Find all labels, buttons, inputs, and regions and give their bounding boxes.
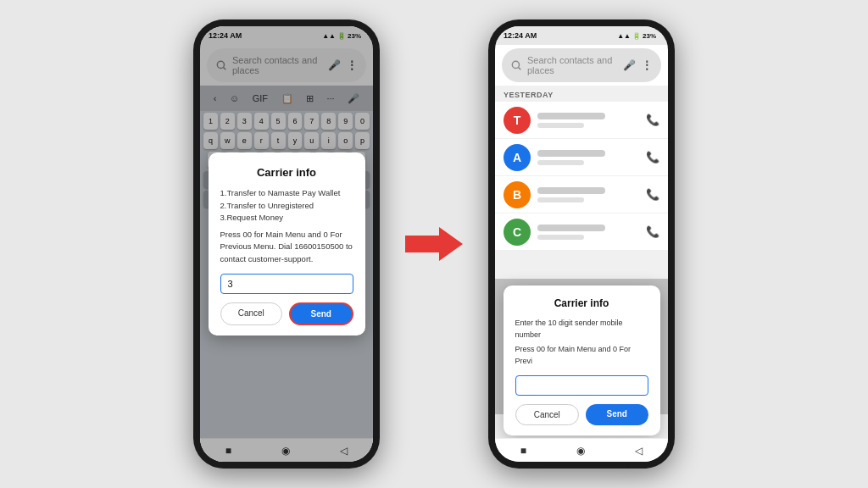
contact-info-t	[537, 113, 639, 128]
scene: 12:24 AM ▲▲ 🔋 23% Search contacts and pl…	[0, 0, 868, 488]
dialog-body-line5: Press 00 for Main Menu and 0 For Previou…	[220, 229, 353, 265]
contact-name-blur-t	[537, 113, 605, 119]
battery-pct-right: 23%	[643, 32, 656, 40]
status-time-right: 12:24 AM	[504, 31, 537, 40]
contact-name-blur-a	[537, 150, 605, 157]
avatar-a: A	[504, 144, 531, 171]
contact-item-a[interactable]: A 📞	[495, 139, 668, 176]
contact-info-a	[537, 150, 639, 165]
dialog-overlay-left: Carrier info 1.Transfer to Namaste Pay W…	[200, 26, 373, 462]
search-icon-right	[510, 59, 522, 71]
contact-item-t[interactable]: T 📞	[495, 102, 668, 139]
right-phone-screen: 12:24 AM ▲▲ 🔋 23% Search contacts and pl…	[495, 26, 668, 462]
signal-icon-right: ▲▲	[617, 32, 631, 40]
contact-list-right: YESTERDAY T 📞 A 📞	[495, 86, 668, 438]
section-label-yesterday: YESTERDAY	[495, 86, 668, 102]
search-bar-right[interactable]: Search contacts and places 🎤 ⋮	[502, 48, 661, 82]
mic-icon-right[interactable]: 🎤	[623, 59, 636, 71]
call-icon-t[interactable]: 📞	[646, 114, 659, 126]
contact-detail-blur-a	[537, 160, 584, 165]
cancel-button-left[interactable]: Cancel	[220, 302, 283, 325]
carrier-dialog-right: Carrier info Enter the 10 digit sender m…	[504, 286, 660, 435]
arrow-body	[405, 236, 439, 252]
right-dialog-buttons: Cancel Send	[515, 404, 648, 425]
arrow-container	[405, 227, 463, 261]
right-phone: 12:24 AM ▲▲ 🔋 23% Search contacts and pl…	[488, 19, 675, 469]
dialog-title-left: Carrier info	[220, 166, 353, 179]
dialog-input-left[interactable]	[220, 274, 353, 294]
contact-name-blur-b	[537, 187, 605, 194]
call-icon-a[interactable]: 📞	[646, 151, 659, 164]
right-dialog-line1: Enter the 10 digit sender mobile number	[515, 318, 648, 341]
dialog-buttons-left: Cancel Send	[220, 302, 353, 325]
arrow-head	[439, 227, 463, 261]
cancel-button-right[interactable]: Cancel	[515, 404, 580, 425]
contact-detail-blur-t	[537, 123, 584, 128]
contact-detail-blur-b	[537, 197, 584, 202]
dialog-body-line3: 3.Request Money	[220, 212, 353, 224]
contact-name-blur-c	[537, 225, 605, 231]
avatar-c: C	[504, 219, 531, 246]
contact-info-b	[537, 187, 639, 202]
status-bar-right: 12:24 AM ▲▲ 🔋 23%	[495, 26, 668, 45]
right-dialog-title: Carrier info	[515, 297, 648, 309]
avatar-b: B	[504, 181, 531, 208]
call-icon-c[interactable]: 📞	[646, 225, 659, 238]
left-phone: 12:24 AM ▲▲ 🔋 23% Search contacts and pl…	[193, 19, 380, 469]
right-dialog-overlay: Carrier info Enter the 10 digit sender m…	[495, 279, 668, 414]
contact-info-c	[537, 225, 639, 240]
dialog-body-line1: 1.Transfer to Namaste Pay Wallet	[220, 187, 353, 199]
dialog-body-line2: 2.Transfer to Unregistered	[220, 200, 353, 212]
contact-item-b[interactable]: B 📞	[495, 176, 668, 214]
avatar-t: T	[504, 107, 531, 134]
nav-triangle-right[interactable]: ◁	[635, 445, 643, 457]
send-button-right[interactable]: Send	[586, 404, 648, 425]
right-dialog-line2: Press 00 for Main Menu and 0 For Previ	[515, 344, 648, 367]
left-phone-screen: 12:24 AM ▲▲ 🔋 23% Search contacts and pl…	[200, 26, 373, 462]
svg-line-3	[519, 68, 521, 70]
nav-bar-right: ■ ◉ ◁	[495, 438, 668, 462]
call-icon-b[interactable]: 📞	[646, 188, 659, 201]
dialog-input-right[interactable]	[515, 375, 648, 396]
nav-square-right[interactable]: ■	[520, 445, 526, 457]
carrier-dialog-left: Carrier info 1.Transfer to Namaste Pay W…	[209, 152, 365, 336]
contact-item-c[interactable]: C 📞	[495, 214, 668, 251]
status-icons-right: ▲▲ 🔋 23%	[617, 32, 656, 40]
nav-circle-right[interactable]: ◉	[576, 445, 585, 457]
send-button-left[interactable]: Send	[289, 302, 353, 325]
svg-point-2	[512, 61, 519, 68]
search-placeholder-right: Search contacts and places	[527, 55, 618, 75]
more-icon-right[interactable]: ⋮	[641, 58, 653, 72]
contact-detail-blur-c	[537, 235, 584, 240]
dialog-body-left: 1.Transfer to Namaste Pay Wallet 2.Trans…	[220, 187, 353, 265]
battery-icon-right: 🔋	[632, 32, 641, 40]
right-dialog-body: Enter the 10 digit sender mobile number …	[515, 318, 648, 367]
